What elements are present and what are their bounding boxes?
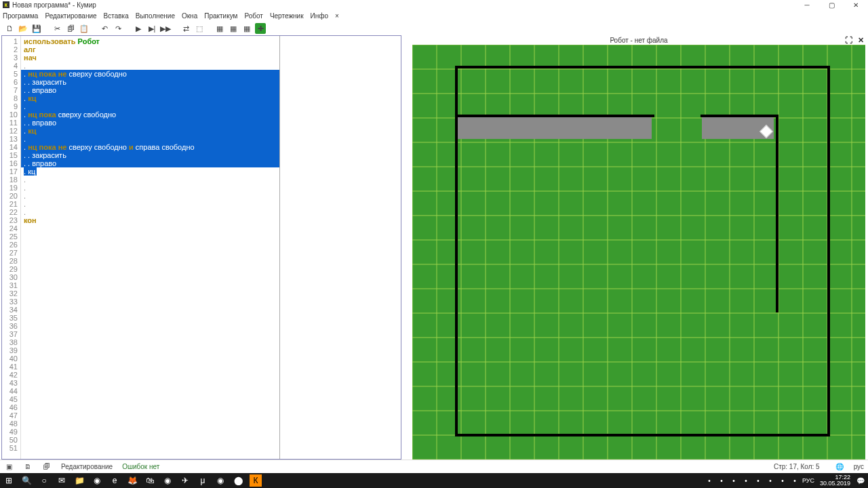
status-icon-1[interactable]: ▣ <box>4 462 14 472</box>
code-line-7[interactable]: . . вправо <box>21 86 279 94</box>
taskbar-mail[interactable]: ✉ <box>56 474 68 487</box>
cut-button[interactable]: ✂ <box>52 23 62 34</box>
inner-wall <box>776 117 778 312</box>
menu-Окна[interactable]: Окна <box>182 12 197 20</box>
menu-Робот[interactable]: Робот <box>244 12 262 20</box>
code-line-18[interactable]: . <box>21 176 279 184</box>
taskbar-obs[interactable]: ⬤ <box>232 474 244 487</box>
app-icon: К <box>3 1 9 8</box>
tray-cloud[interactable]: • <box>729 476 738 485</box>
status-errors: Ошибок нет <box>122 463 159 470</box>
tray-net[interactable]: • <box>766 476 775 485</box>
menu-Практикум[interactable]: Практикум <box>204 12 237 20</box>
menu-Выполнение[interactable]: Выполнение <box>136 12 175 20</box>
taskbar-win[interactable]: ⊞ <box>3 474 15 487</box>
taskbar-mu[interactable]: μ <box>197 474 209 487</box>
menu-Чертежник[interactable]: Чертежник <box>270 12 304 20</box>
paste-button[interactable]: 📋 <box>79 23 90 34</box>
green-button[interactable]: ✚ <box>255 23 266 34</box>
taskbar-edge[interactable]: e <box>108 474 121 487</box>
tray-up[interactable]: • <box>705 476 714 485</box>
undo-button[interactable]: ↶ <box>99 23 110 34</box>
code-line-23[interactable]: кон <box>21 216 279 224</box>
tray-notifications[interactable]: 💬 <box>856 476 865 485</box>
code-line-22[interactable]: . <box>21 208 279 216</box>
menu-Редактирование[interactable]: Редактирование <box>45 12 96 20</box>
tray-eye[interactable]: • <box>741 476 751 485</box>
tray-lang[interactable]: РУС <box>802 477 814 484</box>
code-area[interactable]: использовать Роботалгнач.. нц пока не св… <box>21 36 279 459</box>
taskbar-telegram[interactable]: ✈ <box>179 474 191 487</box>
fast-button[interactable]: ▶▶ <box>160 23 171 34</box>
robot-close-icon[interactable]: ✕ <box>856 35 865 45</box>
code-line-8[interactable]: . кц <box>21 94 279 102</box>
status-lang-icon[interactable]: 🌐 <box>835 462 844 472</box>
taskbar-firefox[interactable]: 🦊 <box>126 474 138 487</box>
taskbar-cortana[interactable]: ○ <box>38 474 50 487</box>
code-line-24[interactable] <box>21 224 279 232</box>
status-icon-2[interactable]: 🗎 <box>23 462 33 472</box>
copy-button[interactable]: 🗐 <box>65 23 76 34</box>
code-line-16[interactable]: . . вправо <box>21 159 279 167</box>
code-line-11[interactable]: . . вправо <box>21 119 279 127</box>
code-line-12[interactable]: . кц <box>21 127 279 135</box>
taskbar-explorer[interactable]: 📁 <box>73 474 85 487</box>
taskbar-chrome2[interactable]: ◉ <box>214 474 226 487</box>
open-button[interactable]: 📂 <box>18 23 28 34</box>
code-line-17[interactable]: . кц <box>21 167 279 176</box>
code-line-5[interactable]: . нц пока не сверху свободно <box>21 70 279 78</box>
grid1-button[interactable]: ▦ <box>214 23 225 34</box>
status-lang: рус <box>854 463 864 470</box>
window-title: Новая программа* - Кумир <box>12 1 96 9</box>
grid2-button[interactable]: ▦ <box>228 23 239 34</box>
code-line-3[interactable]: нач <box>21 54 279 62</box>
outer-wall <box>455 66 827 68</box>
code-line-10[interactable]: . нц пока сверху свободно <box>21 110 279 119</box>
menu-Вставка[interactable]: Вставка <box>104 12 129 20</box>
maximize-button[interactable]: ▢ <box>819 0 844 9</box>
code-line-15[interactable]: . . закрасить <box>21 151 279 159</box>
status-icon-3[interactable]: 🗐 <box>42 462 52 472</box>
tray-clock[interactable]: 17:2230.05.2019 <box>817 474 853 487</box>
tray-sec[interactable]: • <box>753 476 763 485</box>
status-mode: Редактирование <box>61 463 113 470</box>
toggle2-button[interactable]: ⬚ <box>194 23 205 34</box>
menu-×[interactable]: × <box>335 12 339 20</box>
minimize-button[interactable]: ─ <box>795 0 819 9</box>
code-line-6[interactable]: . . закрасить <box>21 78 279 86</box>
code-line-2[interactable]: алг <box>21 45 279 54</box>
tray-lang[interactable]: • <box>790 476 800 485</box>
menu-Программа[interactable]: Программа <box>3 12 38 20</box>
robot-expand-icon[interactable]: ⛶ <box>844 35 853 45</box>
code-line-21[interactable]: . <box>21 200 279 208</box>
taskbar-store[interactable]: 🛍 <box>144 474 156 487</box>
code-line-4[interactable]: . <box>21 62 279 70</box>
code-line-19[interactable]: . <box>21 184 279 192</box>
inner-wall <box>458 115 654 117</box>
code-line-20[interactable]: . <box>21 192 279 200</box>
robot-panel-title: Робот - нет файла <box>610 37 667 44</box>
step-button[interactable]: ▶| <box>146 23 157 34</box>
redo-button[interactable]: ↷ <box>113 23 123 34</box>
menu-Инфо[interactable]: Инфо <box>311 12 329 20</box>
grid3-button[interactable]: ▦ <box>241 23 252 34</box>
tray-vol[interactable]: • <box>778 476 787 485</box>
tray-bt[interactable]: • <box>717 476 726 485</box>
toggle1-button[interactable]: ⇄ <box>180 23 191 34</box>
code-line-13[interactable]: . <box>21 135 279 143</box>
taskbar-kumir[interactable]: К <box>250 474 262 487</box>
new-button[interactable]: 🗋 <box>4 23 15 34</box>
code-line-1[interactable]: использовать Робот <box>21 37 279 45</box>
inner-wall <box>701 115 778 117</box>
taskbar-search[interactable]: 🔍 <box>20 474 33 487</box>
code-line-9[interactable]: . <box>21 102 279 110</box>
status-cursor-pos: Стр: 17, Кол: 5 <box>774 463 820 470</box>
line-gutter: 1234567891011121314151617181920212223242… <box>2 36 21 459</box>
close-button[interactable]: ✕ <box>844 0 868 9</box>
taskbar-steam[interactable]: ◉ <box>161 474 174 487</box>
robot-field[interactable] <box>412 45 865 460</box>
taskbar-chrome[interactable]: ◉ <box>91 474 103 487</box>
code-line-14[interactable]: . нц пока не сверху свободно и справа св… <box>21 143 279 151</box>
run-button[interactable]: ▶ <box>133 23 144 34</box>
save-button[interactable]: 💾 <box>31 23 42 34</box>
